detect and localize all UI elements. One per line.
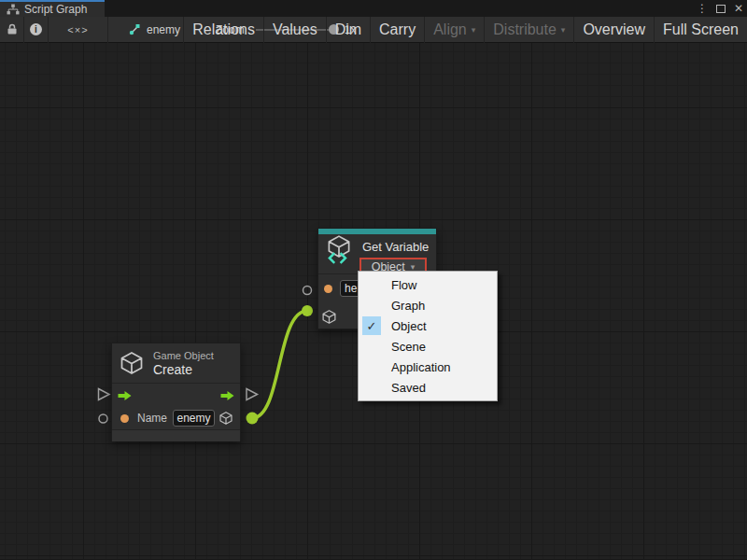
values-label: Values xyxy=(273,21,317,38)
create-name-row: Name enemy xyxy=(112,407,240,429)
create-node[interactable]: Game Object Create Name enemy xyxy=(111,343,241,441)
align-label: Align xyxy=(433,21,467,38)
code-icon: <×> xyxy=(67,24,88,35)
menu-item-label: Flow xyxy=(391,278,416,292)
menu-item-graph[interactable]: Graph xyxy=(359,295,497,315)
flow-in-arrow-icon xyxy=(117,390,133,401)
values-button[interactable]: Values xyxy=(263,17,326,43)
script-graph-window: Script Graph ⋮ ✕ i <×> enemy xyxy=(0,0,747,560)
menu-item-label: Graph xyxy=(391,299,425,313)
variable-cube-icon xyxy=(324,234,354,266)
dim-button[interactable]: Dim xyxy=(326,17,370,43)
close-icon[interactable]: ✕ xyxy=(734,3,743,14)
menu-item-label: Saved xyxy=(391,381,426,395)
overview-label: Overview xyxy=(583,21,645,38)
toolbar-buttons: Relations Values Dim Carry Align ▾ Distr… xyxy=(183,17,747,43)
checkmark-icon: ✓ xyxy=(362,316,381,335)
inspect-button[interactable]: i xyxy=(24,17,49,43)
create-node-titles: Game Object Create xyxy=(153,350,214,377)
fullscreen-label: Full Screen xyxy=(663,21,739,38)
create-object-output-port[interactable] xyxy=(247,413,259,425)
getvar-node-header: Get Variable Object ▾ xyxy=(318,234,436,273)
variables-button[interactable]: <×> xyxy=(49,17,108,43)
menu-item-application[interactable]: Application xyxy=(359,357,497,377)
create-node-header: Game Object Create xyxy=(112,343,240,383)
carry-label: Carry xyxy=(379,21,416,38)
fullscreen-button[interactable]: Full Screen xyxy=(654,17,747,43)
menu-item-saved[interactable]: Saved xyxy=(359,377,497,398)
menu-item-label: Object xyxy=(391,319,427,333)
dim-label: Dim xyxy=(335,21,361,38)
name-label: Name xyxy=(137,412,167,425)
graph-breadcrumb[interactable]: enemy xyxy=(129,23,180,36)
info-icon: i xyxy=(30,23,42,35)
create-flow-row xyxy=(112,384,240,407)
create-node-footer xyxy=(112,430,240,441)
object-port-cube-icon xyxy=(218,411,233,426)
getvar-name-input-port[interactable] xyxy=(303,287,312,295)
object-port-cube-icon xyxy=(321,309,337,325)
variable-kind-menu: Flow Graph ✓ Object Scene Application Sa… xyxy=(358,271,498,401)
create-flow-output-port[interactable] xyxy=(247,389,258,400)
relations-label: Relations xyxy=(192,21,255,38)
getvar-object-input-port[interactable] xyxy=(302,305,313,316)
window-controls: ⋮ ✕ xyxy=(697,0,743,17)
string-port-dot-icon xyxy=(120,414,129,423)
menu-item-scene[interactable]: Scene xyxy=(359,336,497,357)
connection-wire[interactable] xyxy=(252,311,307,418)
lock-icon xyxy=(7,23,18,35)
create-name-input-port[interactable] xyxy=(99,414,107,423)
graph-name: enemy xyxy=(147,23,180,36)
menu-item-label: Application xyxy=(391,360,451,374)
tab-script-graph[interactable]: Script Graph xyxy=(0,0,105,17)
create-flow-input-port[interactable] xyxy=(99,389,110,400)
flow-out-arrow-icon xyxy=(219,390,235,401)
maximize-icon[interactable] xyxy=(716,5,726,13)
distribute-button[interactable]: Distribute ▾ xyxy=(484,17,573,43)
menu-item-label: Scene xyxy=(391,340,426,354)
string-port-dot-icon xyxy=(324,285,332,293)
overview-button[interactable]: Overview xyxy=(573,17,654,43)
carry-button[interactable]: Carry xyxy=(370,17,424,43)
menu-item-flow[interactable]: Flow xyxy=(359,274,497,295)
game-object-cube-icon xyxy=(119,350,145,376)
caret-down-icon: ▾ xyxy=(472,25,476,35)
tab-title: Script Graph xyxy=(24,3,87,16)
graph-hierarchy-icon xyxy=(7,4,20,15)
align-button[interactable]: Align ▾ xyxy=(424,17,484,43)
tab-bar: Script Graph ⋮ ✕ xyxy=(0,0,747,17)
node-title: Create xyxy=(153,362,214,377)
name-input[interactable]: enemy xyxy=(173,410,215,427)
caret-down-icon: ▾ xyxy=(561,25,566,35)
window-menu-icon[interactable]: ⋮ xyxy=(697,3,708,14)
graph-canvas[interactable]: Game Object Create Name enemy xyxy=(0,43,747,559)
lock-button[interactable] xyxy=(0,17,24,43)
distribute-label: Distribute xyxy=(493,21,557,38)
script-graph-asset-icon xyxy=(129,23,141,35)
node-title: Get Variable xyxy=(359,240,429,255)
node-category: Game Object xyxy=(153,350,214,362)
menu-item-object[interactable]: ✓ Object xyxy=(359,315,497,336)
relations-button[interactable]: Relations xyxy=(183,17,263,43)
